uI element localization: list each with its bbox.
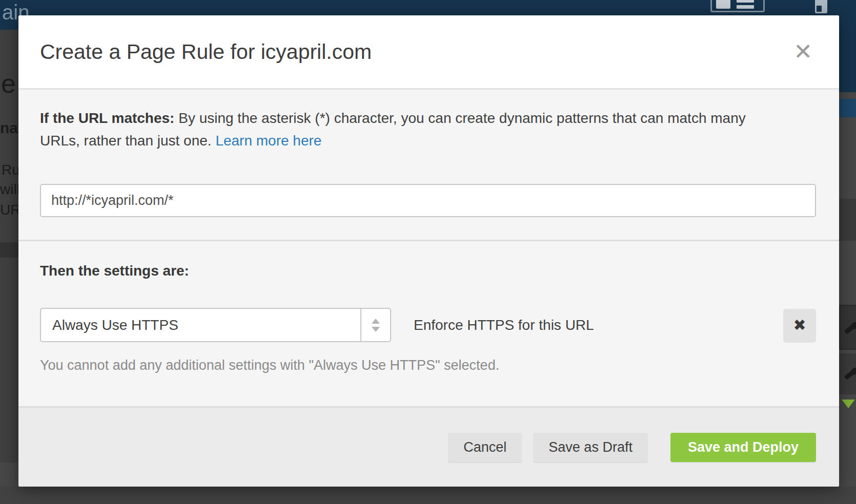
remove-icon: ✖ — [793, 318, 806, 333]
learn-more-link[interactable]: Learn more here — [215, 133, 321, 149]
create-page-rule-modal: Create a Page Rule for icyapril.com ✕ If… — [18, 15, 839, 487]
modal-header: Create a Page Rule for icyapril.com ✕ — [18, 15, 839, 90]
close-icon[interactable]: ✕ — [793, 40, 812, 63]
url-pattern-input[interactable] — [40, 184, 816, 217]
background-text-fragment: nav — [0, 119, 18, 137]
setting-row: Always Use HTTPS Enforce HTTPS for this … — [40, 308, 816, 342]
modal-title: Create a Page Rule for icyapril.com — [40, 40, 372, 64]
remove-setting-button[interactable]: ✖ — [783, 309, 816, 342]
url-match-section: If the URL matches: By using the asteris… — [18, 90, 839, 241]
settings-heading: Then the settings are: — [40, 263, 816, 279]
setting-select[interactable]: Always Use HTTPS — [40, 308, 391, 342]
background-right-strip — [839, 0, 856, 504]
background-block — [0, 242, 18, 258]
settings-note: You cannot add any additional settings w… — [40, 358, 816, 373]
select-spinner-icon[interactable] — [360, 309, 390, 341]
background-block — [0, 463, 18, 487]
save-and-deploy-button[interactable]: Save and Deploy — [670, 433, 816, 462]
background-block — [839, 199, 856, 241]
background-row — [839, 305, 856, 350]
background-button-fragment — [839, 99, 856, 117]
cancel-button[interactable]: Cancel — [448, 433, 522, 462]
modal-footer: Cancel Save as Draft Save and Deploy — [18, 406, 839, 487]
background-text-fragment: e — [1, 68, 16, 99]
wrench-icon — [844, 366, 856, 381]
settings-section: Then the settings are: Always Use HTTPS … — [18, 241, 839, 406]
wrench-icon — [844, 320, 856, 335]
screen: ain. e nav Ru will UR Create a Page Rule… — [0, 0, 856, 504]
background-bottom-strip — [0, 487, 856, 504]
setting-description: Enforce HTTPS for this URL — [414, 317, 594, 333]
background-text-fragment: Ru — [2, 162, 18, 178]
background-row — [839, 353, 856, 394]
layout-grid-icon — [710, 0, 765, 12]
background-text-fragment: will — [0, 181, 18, 198]
background-left-strip: e nav Ru will UR — [0, 30, 18, 487]
background-text-fragment: UR — [0, 202, 18, 218]
green-caret-icon — [842, 400, 855, 408]
background-navy-block — [839, 0, 856, 92]
url-match-description: If the URL matches: By using the asteris… — [40, 107, 763, 152]
save-as-draft-button[interactable]: Save as Draft — [533, 433, 648, 462]
partial-topbar-icon — [815, 0, 827, 13]
setting-select-value: Always Use HTTPS — [41, 309, 360, 341]
url-match-label: If the URL matches: — [40, 110, 174, 126]
